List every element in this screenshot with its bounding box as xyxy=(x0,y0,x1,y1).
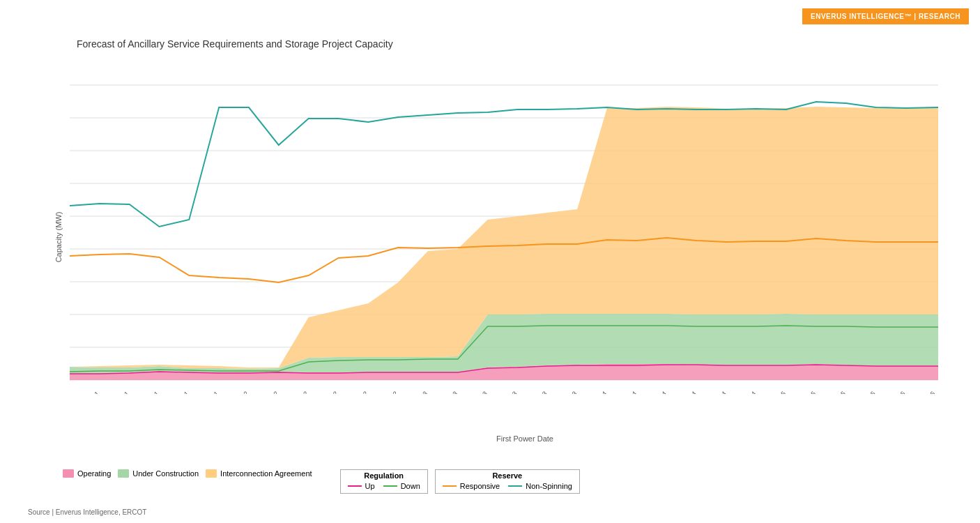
under-construction-color-box xyxy=(118,469,129,478)
svg-text:May-24: May-24 xyxy=(648,390,668,394)
responsive-label: Responsive xyxy=(460,482,500,490)
svg-text:Jan-25: Jan-25 xyxy=(768,390,787,394)
svg-text:May-25: May-25 xyxy=(827,390,847,394)
reg-up-line xyxy=(348,485,362,487)
svg-text:Nov-22: Nov-22 xyxy=(380,390,399,394)
legend-interconnection: Interconnection Agreement xyxy=(206,469,312,478)
svg-text:Nov-21: Nov-21 xyxy=(201,390,220,394)
svg-text:Jan-24: Jan-24 xyxy=(589,390,608,394)
legend-responsive: Responsive xyxy=(443,482,500,490)
reserve-group: Reserve Responsive Non-Spinning xyxy=(435,469,580,494)
svg-text:May-23: May-23 xyxy=(468,390,489,394)
svg-text:Sep-23: Sep-23 xyxy=(529,390,549,394)
svg-text:Jul-21: Jul-21 xyxy=(143,390,160,394)
svg-text:Mar-25: Mar-25 xyxy=(798,390,818,394)
header-badge: ENVERUS INTELLIGENCE™ | RESEARCH xyxy=(802,8,969,24)
interconnection-color-box xyxy=(206,469,217,478)
svg-text:Jul-23: Jul-23 xyxy=(501,390,519,394)
svg-text:Mar-21: Mar-21 xyxy=(82,390,101,394)
operating-color-box xyxy=(63,469,74,478)
svg-text:Jan-23: Jan-23 xyxy=(410,390,429,394)
operating-label: Operating xyxy=(77,469,111,478)
legend-operating: Operating xyxy=(63,469,111,478)
reg-up-label: Up xyxy=(365,482,375,490)
legend-area: Operating Under Construction Interconnec… xyxy=(28,469,952,494)
svg-text:May-21: May-21 xyxy=(110,390,130,394)
legend-under-construction: Under Construction xyxy=(118,469,199,478)
svg-text:Jan-21: Jan-21 xyxy=(70,390,70,394)
svg-text:Jan-22: Jan-22 xyxy=(231,390,250,394)
regulation-group: Regulation Up Down xyxy=(340,469,428,494)
svg-text:Nov-24: Nov-24 xyxy=(737,390,757,394)
reg-down-label: Down xyxy=(401,482,420,490)
reserve-group-label: Reserve xyxy=(492,471,522,480)
reg-down-line xyxy=(383,485,397,487)
non-spinning-line xyxy=(508,485,522,487)
svg-text:Jul-22: Jul-22 xyxy=(322,390,339,394)
svg-text:Sep-24: Sep-24 xyxy=(708,390,728,394)
chart-title: Forecast of Ancillary Service Requiremen… xyxy=(77,38,393,50)
legend-reg-up: Up xyxy=(348,482,375,490)
non-spinning-label: Non-Spinning xyxy=(526,482,572,490)
interconnection-label: Interconnection Agreement xyxy=(220,469,312,478)
svg-text:Jul-24: Jul-24 xyxy=(680,390,698,394)
responsive-line xyxy=(443,485,457,487)
svg-text:Mar-22: Mar-22 xyxy=(261,390,280,394)
svg-text:Jul-25: Jul-25 xyxy=(859,390,877,394)
svg-text:Sep-21: Sep-21 xyxy=(171,390,190,394)
svg-text:Nov-23: Nov-23 xyxy=(559,390,579,394)
x-axis-label: First Power Date xyxy=(112,434,938,443)
svg-text:Sep-25: Sep-25 xyxy=(887,390,907,394)
svg-text:Mar-23: Mar-23 xyxy=(440,390,459,394)
source-text: Source | Enverus Intelligence, ERCOT xyxy=(28,508,146,516)
svg-text:Nov-25: Nov-25 xyxy=(917,390,936,394)
legend-non-spinning: Non-Spinning xyxy=(508,482,572,490)
svg-text:Mar-24: Mar-24 xyxy=(619,390,638,394)
svg-text:Sep-22: Sep-22 xyxy=(350,390,369,394)
legend-reg-down: Down xyxy=(383,482,420,490)
under-construction-label: Under Construction xyxy=(132,469,199,478)
regulation-group-label: Regulation xyxy=(364,471,404,480)
svg-text:May-22: May-22 xyxy=(289,390,309,394)
chart-svg: 0 1,000 2,000 3,000 4,000 5,000 6,000 7,… xyxy=(70,52,938,394)
y-axis-label: Capacity (MW) xyxy=(54,212,63,263)
